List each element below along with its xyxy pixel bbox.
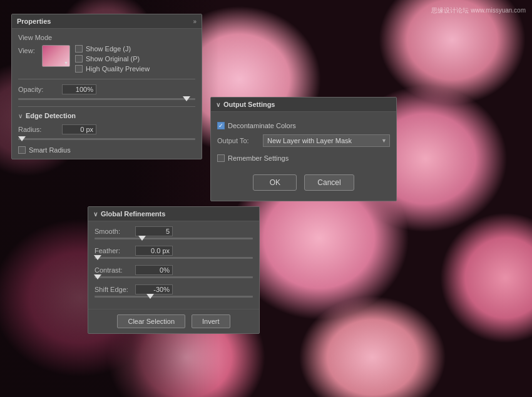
output-settings-title: Output Settings [223, 101, 275, 108]
remember-label: Remember Settings [228, 154, 289, 162]
contrast-row: Contrast: [95, 265, 253, 275]
edge-detection-arrow: ∨ [18, 113, 23, 119]
opacity-slider-thumb[interactable] [183, 96, 190, 101]
properties-panel-header: Properties » [12, 14, 202, 29]
edge-detection-title: Edge Detection [26, 112, 76, 119]
contrast-input[interactable] [135, 265, 173, 275]
refinements-panel-header: ∨ Global Refinements [88, 207, 259, 221]
contrast-track[interactable] [95, 276, 253, 278]
shift-edge-input[interactable] [135, 284, 173, 294]
opacity-input[interactable] [62, 84, 96, 94]
high-quality-label: High Quality Preview [86, 65, 150, 73]
radius-row: Radius: [18, 124, 195, 134]
feather-thumb[interactable] [94, 255, 101, 260]
refinements-collapse-arrow[interactable]: ∨ [93, 211, 98, 218]
show-edge-label: Show Edge (J) [86, 45, 131, 53]
high-quality-checkbox[interactable] [75, 65, 83, 73]
feather-row: Feather: [95, 246, 253, 256]
output-to-select-wrapper: New Layer with Layer Mask New Layer Laye… [263, 134, 390, 147]
smooth-input[interactable] [135, 226, 173, 236]
watermark: 思缘设计论坛 www.missyuan.com [431, 6, 526, 15]
show-edge-checkbox[interactable] [75, 45, 83, 53]
radius-slider-thumb[interactable] [18, 136, 26, 141]
shift-edge-label: Shift Edge: [95, 286, 135, 293]
opacity-slider-track[interactable] [18, 98, 195, 100]
ok-button[interactable]: OK [253, 174, 297, 191]
show-edge-row[interactable]: Show Edge (J) [75, 45, 150, 53]
show-original-checkbox[interactable] [75, 55, 83, 63]
output-settings-content: Decontaminate Colors Output To: New Laye… [211, 112, 396, 201]
refinements-panel: ∨ Global Refinements Smooth: Feather: Co… [88, 206, 260, 334]
smooth-slider [95, 238, 253, 239]
properties-title: Properties [17, 18, 51, 25]
opacity-row: Opacity: [18, 84, 195, 94]
smooth-thumb[interactable] [138, 236, 146, 241]
show-original-label: Show Original (P) [86, 55, 140, 63]
radius-slider-container [18, 138, 195, 140]
view-mode-section: View Mode View: Show Edge (J) Show Origi… [18, 34, 195, 73]
properties-panel: Properties » View Mode View: Show Edge (… [11, 14, 202, 159]
feather-slider [95, 257, 253, 259]
decontaminate-row[interactable]: Decontaminate Colors [217, 122, 390, 129]
high-quality-row[interactable]: High Quality Preview [75, 65, 150, 73]
decontaminate-label: Decontaminate Colors [228, 122, 296, 129]
refinements-title: Global Refinements [101, 210, 165, 218]
panel-resize-handle[interactable]: » [193, 18, 197, 25]
smooth-track[interactable] [95, 238, 253, 239]
contrast-slider [95, 276, 253, 278]
output-to-row: Output To: New Layer with Layer Mask New… [217, 134, 390, 147]
radius-label: Radius: [18, 126, 62, 133]
view-thumbnail[interactable] [42, 45, 70, 67]
invert-button[interactable]: Invert [192, 314, 230, 328]
divider-1 [18, 79, 195, 79]
smooth-row: Smooth: [95, 226, 253, 236]
view-label: View: [18, 45, 37, 54]
output-to-select[interactable]: New Layer with Layer Mask New Layer Laye… [263, 134, 390, 147]
edge-detection-header[interactable]: ∨ Edge Detection [18, 112, 195, 119]
radius-input[interactable] [62, 124, 96, 134]
ok-cancel-row: OK Cancel [217, 169, 390, 196]
shift-edge-row: Shift Edge: [95, 284, 253, 294]
shift-edge-track[interactable] [95, 296, 253, 298]
show-original-row[interactable]: Show Original (P) [75, 55, 150, 63]
view-row: View: Show Edge (J) Show Original (P) [18, 45, 195, 73]
view-mode-checkboxes: Show Edge (J) Show Original (P) High Qua… [75, 45, 150, 73]
remember-checkbox[interactable] [217, 154, 225, 162]
remember-row[interactable]: Remember Settings [217, 154, 390, 162]
feather-input[interactable] [135, 246, 173, 256]
opacity-slider-container [18, 98, 195, 100]
output-settings-panel: ∨ Output Settings Decontaminate Colors O… [210, 97, 397, 201]
opacity-label: Opacity: [18, 86, 62, 93]
cancel-button[interactable]: Cancel [304, 174, 354, 191]
output-to-label: Output To: [217, 137, 258, 144]
feather-track[interactable] [95, 257, 253, 259]
smart-radius-row[interactable]: Smart Radius [18, 146, 195, 154]
radius-slider-track[interactable] [18, 138, 195, 140]
output-collapse-arrow[interactable]: ∨ [216, 101, 220, 108]
refinements-bottom-buttons: Clear Selection Invert [88, 309, 259, 333]
shift-edge-slider [95, 296, 253, 298]
output-settings-header: ∨ Output Settings [211, 98, 396, 112]
clear-selection-button[interactable]: Clear Selection [117, 314, 185, 328]
smart-radius-checkbox[interactable] [18, 146, 26, 154]
properties-panel-content: View Mode View: Show Edge (J) Show Origi… [12, 29, 202, 159]
refinements-panel-content: Smooth: Feather: Contrast: [88, 221, 259, 309]
divider-2 [18, 106, 195, 107]
feather-label: Feather: [95, 247, 135, 254]
contrast-label: Contrast: [95, 266, 135, 274]
view-mode-title: View Mode [18, 34, 195, 41]
contrast-thumb[interactable] [94, 274, 101, 279]
decontaminate-checkbox[interactable] [217, 122, 225, 129]
smart-radius-label: Smart Radius [29, 146, 71, 154]
smooth-label: Smooth: [95, 228, 135, 235]
shift-edge-thumb[interactable] [146, 294, 154, 299]
